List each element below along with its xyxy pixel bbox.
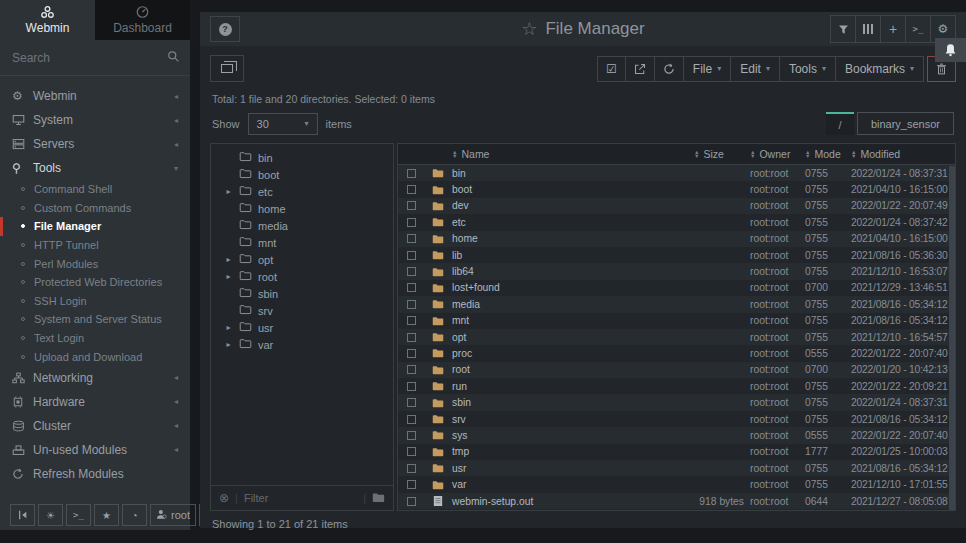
row-checkbox[interactable]	[407, 185, 416, 194]
sidebar-section-webmin[interactable]: ⚙ Webmin ◂	[0, 84, 190, 108]
table-row[interactable]: binroot:root07552022/01/24 - 08:37:31	[398, 165, 955, 181]
table-row[interactable]: homeroot:root07552021/04/10 - 16:15:00	[398, 231, 955, 247]
table-row[interactable]: lost+foundroot:root07002021/12/29 - 13:4…	[398, 280, 955, 296]
row-name[interactable]: proc	[452, 345, 694, 361]
sidebar-item-http-tunnel[interactable]: HTTP Tunnel	[0, 236, 190, 255]
sidebar-item-perl-modules[interactable]: Perl Modules	[0, 254, 190, 273]
row-name[interactable]: opt	[452, 329, 694, 345]
row-name[interactable]: mnt	[452, 313, 694, 329]
table-row[interactable]: libroot:root07552021/08/16 - 05:36:30	[398, 247, 955, 263]
help-button[interactable]: ?	[210, 16, 240, 42]
sidebar-item-file-manager[interactable]: File Manager	[0, 217, 190, 236]
sidebar-section-tools[interactable]: ⚲ Tools ▾	[0, 156, 190, 180]
row-checkbox[interactable]	[407, 169, 416, 178]
row-checkbox[interactable]	[407, 283, 416, 292]
table-row[interactable]: rootroot:root07002022/01/20 - 10:42:13	[398, 362, 955, 378]
favorites-button[interactable]: ★	[94, 504, 119, 526]
columns-button[interactable]	[855, 15, 881, 43]
tree-item-var[interactable]: ▸var	[211, 336, 393, 353]
notifications-panel[interactable]	[935, 38, 966, 62]
sidebar-section-system[interactable]: System ◂	[0, 108, 190, 132]
tree-item-srv[interactable]: srv	[211, 302, 393, 319]
refresh-button[interactable]	[654, 56, 684, 82]
column-modified[interactable]: ▲▼Modified	[851, 144, 955, 164]
tree-filter-input[interactable]	[244, 492, 357, 504]
tree-item-opt[interactable]: ▸opt	[211, 251, 393, 268]
column-mode[interactable]: ▲▼Mode	[805, 144, 851, 164]
row-name[interactable]: bin	[452, 165, 694, 181]
table-row[interactable]: sbinroot:root07552022/01/24 - 08:37:31	[398, 394, 955, 410]
file-menu-button[interactable]: File▾	[683, 56, 731, 82]
terminal-button[interactable]: >_	[66, 504, 91, 526]
sidebar-section-refresh-modules[interactable]: Refresh Modules	[0, 462, 190, 486]
theme-button[interactable]: ◔	[122, 504, 147, 526]
row-name[interactable]: etc	[452, 214, 694, 230]
row-checkbox[interactable]	[407, 447, 416, 456]
column-owner[interactable]: ▲▼Owner	[750, 144, 805, 164]
sidebar-section-unused-modules[interactable]: Un-used Modules ◂	[0, 438, 190, 462]
edit-menu-button[interactable]: Edit▾	[730, 56, 780, 82]
row-name[interactable]: usr	[452, 460, 694, 476]
search-input[interactable]	[12, 51, 167, 65]
row-checkbox[interactable]	[407, 480, 416, 489]
tree-item-home[interactable]: home	[211, 200, 393, 217]
row-name[interactable]: home	[452, 231, 694, 247]
sidebar-item-upload-and-download[interactable]: Upload and Download	[0, 347, 190, 366]
sidebar-section-hardware[interactable]: Hardware ◂	[0, 390, 190, 414]
breadcrumb-segment[interactable]: binary_sensor	[857, 112, 954, 135]
row-name[interactable]: lib64	[452, 263, 694, 279]
row-checkbox[interactable]	[407, 300, 416, 309]
sort-icon[interactable]: ▲▼	[694, 150, 699, 158]
scrollbar-thumb[interactable]	[949, 166, 955, 510]
row-name[interactable]: srv	[452, 411, 694, 427]
bookmarks-menu-button[interactable]: Bookmarks▾	[835, 56, 924, 82]
row-checkbox[interactable]	[407, 251, 416, 260]
expand-caret-icon[interactable]: ▸	[224, 272, 233, 281]
table-row[interactable]: devroot:root07552022/01/22 - 20:07:49	[398, 198, 955, 214]
tree-item-media[interactable]: media	[211, 217, 393, 234]
table-row[interactable]: bootroot:root07552021/04/10 - 16:15:00	[398, 181, 955, 197]
expand-caret-icon[interactable]: ▸	[224, 340, 233, 349]
clear-filter-icon[interactable]: ⊗	[219, 491, 229, 505]
sidebar-item-protected-web-directories[interactable]: Protected Web Directories	[0, 273, 190, 292]
row-checkbox[interactable]	[407, 267, 416, 276]
sidebar-item-text-login[interactable]: Text Login	[0, 329, 190, 348]
column-name[interactable]: ▲▼Name	[452, 144, 694, 164]
sidebar-item-command-shell[interactable]: Command Shell	[0, 180, 190, 199]
tree-item-bin[interactable]: bin	[211, 149, 393, 166]
tree-item-usr[interactable]: ▸usr	[211, 319, 393, 336]
table-row[interactable]: srvroot:root07552021/08/16 - 05:34:12	[398, 411, 955, 427]
table-row[interactable]: runroot:root07552022/01/22 - 20:09:21	[398, 378, 955, 394]
row-name[interactable]: boot	[452, 181, 694, 197]
row-checkbox[interactable]	[407, 201, 416, 210]
table-row[interactable]: etcroot:root07552022/01/24 - 08:37:42	[398, 214, 955, 230]
row-checkbox[interactable]	[407, 398, 416, 407]
table-row[interactable]: tmproot:root17772022/01/25 - 10:00:03	[398, 444, 955, 460]
row-name[interactable]: sbin	[452, 394, 694, 410]
sort-icon[interactable]: ▲▼	[851, 150, 856, 158]
row-checkbox[interactable]	[407, 464, 416, 473]
user-button[interactable]: root	[150, 504, 196, 526]
sidebar-section-networking[interactable]: Networking ◂	[0, 366, 190, 390]
row-checkbox[interactable]	[407, 316, 416, 325]
row-checkbox[interactable]	[407, 218, 416, 227]
expand-caret-icon[interactable]: ▸	[224, 323, 233, 332]
sort-icon[interactable]: ▲▼	[750, 150, 755, 158]
table-row[interactable]: mntroot:root07552021/08/16 - 05:34:12	[398, 313, 955, 329]
row-name[interactable]: lost+found	[452, 280, 694, 296]
column-size[interactable]: ▲▼Size	[694, 144, 750, 164]
table-row[interactable]: usrroot:root07552021/08/16 - 05:34:12	[398, 460, 955, 476]
tree-item-sbin[interactable]: sbin	[211, 285, 393, 302]
table-row[interactable]: lib64root:root07552021/12/10 - 16:53:07	[398, 263, 955, 279]
breadcrumb-root[interactable]: /	[826, 112, 854, 135]
sort-icon[interactable]: ▲▼	[452, 150, 457, 158]
tab-webmin[interactable]: Webmin	[0, 0, 95, 40]
row-name[interactable]: media	[452, 296, 694, 312]
row-name[interactable]: run	[452, 378, 694, 394]
expand-caret-icon[interactable]: ▸	[224, 187, 233, 196]
tree-item-etc[interactable]: ▸etc	[211, 183, 393, 200]
row-name[interactable]: sys	[452, 427, 694, 443]
sidebar-section-cluster[interactable]: Cluster ◂	[0, 414, 190, 438]
favorite-star-icon[interactable]: ☆	[521, 18, 537, 40]
table-row[interactable]: optroot:root07552021/12/10 - 16:54:57	[398, 329, 955, 345]
